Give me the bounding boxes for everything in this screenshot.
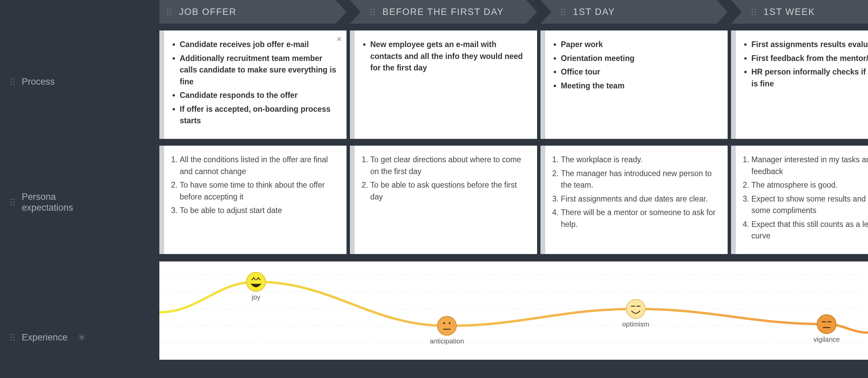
expectations-card-before-first-day[interactable]: To get clear directions about where to c… bbox=[350, 146, 537, 254]
svg-point-45 bbox=[752, 14, 753, 15]
phase-header-row: JOB OFFER BEFORE THE FIRST DAY bbox=[159, 0, 868, 24]
card-drag-handle[interactable] bbox=[350, 30, 355, 139]
svg-point-22 bbox=[167, 11, 169, 13]
svg-point-35 bbox=[564, 8, 565, 10]
drag-handle-icon[interactable] bbox=[10, 78, 15, 85]
sidebar-row-persona-expectations[interactable]: Persona expectations bbox=[10, 191, 73, 213]
svg-point-36 bbox=[561, 11, 563, 13]
list-item: To have some time to think about the off… bbox=[180, 179, 337, 203]
process-card-job-offer[interactable]: Candidate receives job offer e-mailAddit… bbox=[159, 30, 347, 139]
svg-point-53 bbox=[437, 316, 456, 335]
drag-handle-icon[interactable] bbox=[10, 198, 15, 206]
experience-point-joy[interactable] bbox=[246, 272, 265, 291]
drag-handle-icon[interactable] bbox=[167, 8, 172, 16]
experience-chart[interactable]: joyanticipationoptimismvigilance bbox=[159, 261, 868, 360]
list-item: There will be a mentor or someone to ask… bbox=[561, 207, 718, 230]
list-item: Meeting the team bbox=[561, 80, 718, 92]
svg-point-18 bbox=[81, 336, 83, 338]
experience-point-label: anticipation bbox=[430, 337, 464, 345]
svg-point-4 bbox=[11, 84, 12, 85]
process-card-first-day[interactable]: Paper workOrientation meetingOffice tour… bbox=[540, 30, 728, 139]
card-drag-handle[interactable] bbox=[540, 146, 545, 254]
svg-point-1 bbox=[13, 78, 15, 80]
card-drag-handle[interactable] bbox=[731, 146, 736, 254]
phase-first-day[interactable]: 1ST DAY bbox=[540, 0, 728, 24]
list-item: New employee gets an e-mail with contact… bbox=[370, 39, 528, 74]
list-item: Office tour bbox=[561, 66, 718, 78]
svg-point-39 bbox=[564, 14, 565, 15]
card-drag-handle[interactable] bbox=[540, 30, 545, 139]
card-drag-handle[interactable] bbox=[159, 30, 164, 139]
svg-point-24 bbox=[167, 14, 169, 15]
list-item: To get clear directions about where to c… bbox=[370, 154, 528, 177]
svg-point-7 bbox=[13, 199, 15, 200]
svg-point-60 bbox=[817, 315, 836, 334]
svg-point-16 bbox=[11, 340, 12, 341]
svg-point-0 bbox=[11, 78, 12, 80]
list-item: If offer is accepted, on-boarding proces… bbox=[180, 103, 337, 127]
list-item: Expect to show some results and receive … bbox=[751, 193, 868, 216]
card-drag-handle[interactable] bbox=[731, 30, 736, 139]
journey-map: JOB OFFER BEFORE THE FIRST DAY bbox=[159, 0, 868, 378]
svg-point-46 bbox=[754, 14, 756, 15]
process-row: Candidate receives job offer e-mailAddit… bbox=[159, 30, 868, 139]
gear-icon[interactable] bbox=[78, 333, 86, 341]
svg-point-17 bbox=[13, 340, 15, 341]
svg-point-32 bbox=[373, 14, 375, 15]
phase-label: JOB OFFER bbox=[179, 7, 237, 17]
svg-point-37 bbox=[564, 11, 565, 13]
experience-point-optimism[interactable] bbox=[626, 299, 645, 318]
drag-handle-icon[interactable] bbox=[561, 8, 566, 16]
drag-handle-icon[interactable] bbox=[10, 334, 15, 341]
svg-point-41 bbox=[752, 8, 753, 10]
phase-before-first-day[interactable]: BEFORE THE FIRST DAY bbox=[350, 0, 537, 24]
list-item: Orientation meeting bbox=[561, 52, 718, 64]
close-icon[interactable]: × bbox=[337, 34, 342, 44]
sidebar-row-process[interactable]: Process bbox=[10, 76, 55, 87]
sidebar-label-experience: Experience bbox=[22, 332, 67, 343]
svg-point-11 bbox=[13, 205, 15, 206]
drag-handle-icon[interactable] bbox=[370, 8, 375, 16]
svg-point-14 bbox=[11, 337, 12, 338]
svg-point-55 bbox=[449, 322, 450, 324]
list-item: Candidate receives job offer e-mail bbox=[180, 39, 337, 50]
svg-point-5 bbox=[13, 84, 15, 85]
sidebar-label-persona-expectations: Persona expectations bbox=[22, 191, 73, 213]
svg-point-43 bbox=[752, 11, 753, 13]
experience-point-anticipation[interactable] bbox=[437, 316, 456, 335]
svg-point-10 bbox=[11, 205, 12, 206]
phase-job-offer[interactable]: JOB OFFER bbox=[159, 0, 347, 24]
svg-point-25 bbox=[170, 14, 171, 15]
experience-point-vigilance[interactable] bbox=[817, 315, 836, 334]
list-item: To be able to adjust start date bbox=[180, 205, 337, 216]
sidebar-row-experience[interactable]: Experience bbox=[10, 332, 86, 343]
svg-point-6 bbox=[11, 199, 12, 200]
expectations-card-job-offer[interactable]: All the conditions listed in the offer a… bbox=[159, 146, 347, 254]
list-item: To be able to ask questions before the f… bbox=[370, 179, 528, 203]
svg-point-12 bbox=[11, 334, 12, 335]
svg-point-28 bbox=[373, 8, 375, 10]
list-item: Candidate responds to the offer bbox=[180, 89, 337, 101]
list-item: Additionally recruitment team member cal… bbox=[180, 52, 337, 88]
list-item: HR person informally checks if everythin… bbox=[751, 66, 868, 89]
svg-point-8 bbox=[11, 202, 12, 203]
svg-point-29 bbox=[371, 11, 372, 13]
process-card-first-week[interactable]: First assignments results evaluationFirs… bbox=[731, 30, 868, 139]
svg-point-21 bbox=[170, 8, 171, 10]
svg-point-27 bbox=[371, 8, 372, 10]
svg-point-3 bbox=[13, 81, 15, 82]
card-drag-handle[interactable] bbox=[159, 146, 164, 254]
svg-point-42 bbox=[754, 8, 756, 10]
list-item: First assignments results evaluation bbox=[751, 39, 868, 50]
phase-label: BEFORE THE FIRST DAY bbox=[382, 7, 504, 17]
phase-first-week[interactable]: 1ST WEEK bbox=[731, 0, 868, 24]
list-item: The atmosphere is good. bbox=[751, 179, 868, 191]
expectations-card-first-day[interactable]: The workplace is ready.The manager has i… bbox=[540, 146, 728, 254]
process-card-before-first-day[interactable]: New employee gets an e-mail with contact… bbox=[350, 30, 537, 139]
svg-point-20 bbox=[167, 8, 169, 10]
list-item: Paper work bbox=[561, 39, 718, 50]
card-drag-handle[interactable] bbox=[350, 146, 355, 254]
drag-handle-icon[interactable] bbox=[751, 8, 756, 16]
svg-point-15 bbox=[13, 337, 15, 338]
expectations-card-first-week[interactable]: Manager interested in my tasks and provi… bbox=[731, 146, 868, 254]
